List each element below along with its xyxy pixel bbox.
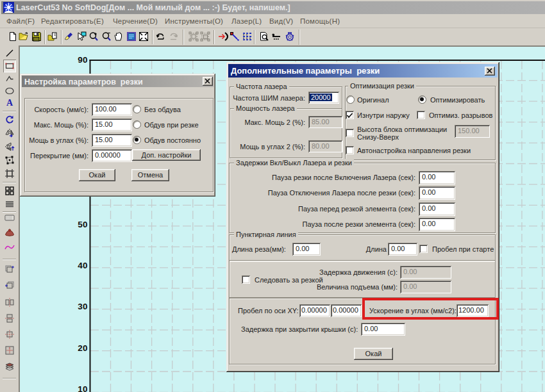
svg-text:A: A [6, 98, 13, 108]
